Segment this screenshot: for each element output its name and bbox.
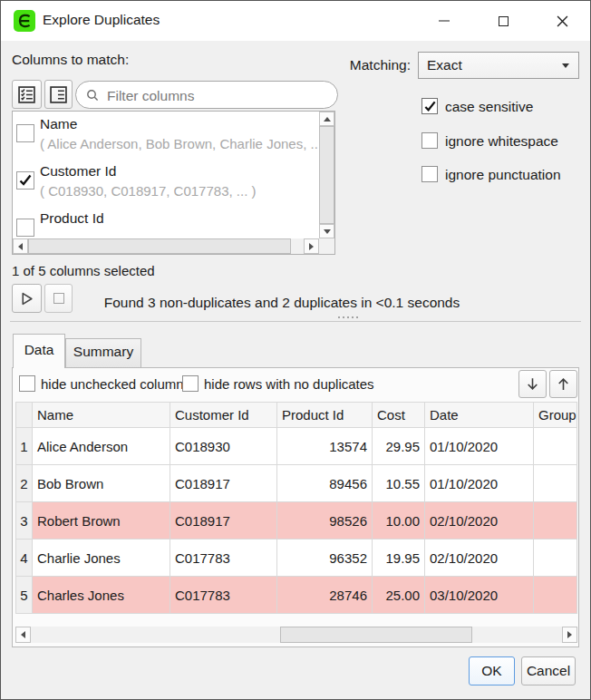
header-name[interactable]: Name [33, 403, 170, 428]
scroll-thumb[interactable] [28, 238, 291, 254]
list-horizontal-scrollbar[interactable] [13, 238, 319, 254]
cell-cost[interactable]: 25.00 [373, 577, 425, 614]
cell-group[interactable] [534, 465, 577, 502]
scroll-left-button[interactable] [15, 627, 31, 643]
check-all-columns-button[interactable] [12, 80, 42, 109]
results-status: Found 3 non-duplicates and 2 duplicates … [55, 295, 509, 311]
splitter-grip[interactable] [338, 316, 358, 318]
tab-data[interactable]: Data [13, 334, 65, 368]
cell-product-id[interactable]: 28746 [277, 577, 373, 614]
titlebar[interactable]: Explore Duplicates [1, 1, 590, 41]
close-button[interactable] [541, 1, 583, 41]
tab-summary[interactable]: Summary [65, 338, 141, 367]
cell-cost[interactable]: 19.95 [373, 540, 425, 577]
cell-date[interactable]: 02/10/2020 [425, 540, 534, 577]
customer-id-checkbox[interactable] [16, 171, 34, 190]
next-duplicate-button[interactable] [518, 370, 547, 398]
cell-name[interactable]: Charlie Jones [33, 540, 170, 577]
table-row[interactable]: 2 Bob Brown C018917 89456 10.55 01/10/20… [16, 465, 577, 502]
hide-no-duplicates-label: hide rows with no duplicates [204, 376, 374, 392]
matching-label: Matching: [340, 57, 411, 73]
cell-product-id[interactable]: 98526 [277, 502, 373, 540]
cell-name[interactable]: Charles Jones [33, 577, 170, 614]
ok-button-label: OK [481, 663, 501, 679]
ignore-whitespace-checkbox[interactable] [421, 132, 438, 149]
table-horizontal-scrollbar[interactable] [15, 627, 577, 643]
data-table: Name Customer Id Product Id Cost Date Gr… [15, 402, 577, 614]
cell-product-id[interactable]: 89456 [277, 465, 373, 502]
header-customer-id[interactable]: Customer Id [170, 403, 277, 428]
hide-no-duplicates-checkbox[interactable] [182, 375, 199, 392]
filter-columns-input[interactable] [105, 83, 332, 109]
play-icon [19, 291, 34, 306]
hide-unchecked-columns-checkbox[interactable] [19, 375, 35, 392]
cancel-button[interactable]: Cancel [521, 656, 576, 685]
ignore-punctuation-checkbox[interactable] [421, 166, 438, 182]
name-checkbox[interactable] [16, 124, 34, 142]
cell-customer-id[interactable]: C017783 [170, 577, 277, 614]
cell-cost[interactable]: 10.55 [373, 465, 425, 502]
case-sensitive-checkbox[interactable] [421, 98, 438, 114]
cell-date[interactable]: 01/10/2020 [425, 428, 534, 465]
scroll-right-button[interactable] [562, 627, 577, 643]
list-item-product-id[interactable]: Product Id [13, 206, 319, 238]
list-item-customer-id[interactable]: Customer Id ( C018930, C018917, C017783,… [13, 159, 319, 206]
run-button[interactable] [12, 284, 42, 313]
cell-customer-id[interactable]: C018930 [170, 428, 277, 465]
cell-date[interactable]: 01/10/2020 [425, 465, 534, 502]
header-product-id[interactable]: Product Id [277, 403, 373, 428]
cell-date[interactable]: 03/10/2020 [425, 577, 534, 614]
minimize-icon [439, 20, 450, 22]
scroll-down-button[interactable] [319, 224, 334, 238]
cell-group[interactable] [534, 428, 577, 465]
cell-name[interactable]: Bob Brown [33, 465, 170, 502]
explore-duplicates-dialog: Explore Duplicates Columns to match: [0, 0, 591, 700]
product-id-checkbox[interactable] [16, 219, 34, 237]
scroll-left-button[interactable] [13, 238, 28, 254]
down-arrow-icon [324, 229, 331, 234]
scroll-up-button[interactable] [319, 112, 334, 126]
table-row-duplicate[interactable]: 5 Charles Jones C017783 28746 25.00 03/1… [16, 577, 577, 614]
table-row-duplicate[interactable]: 3 Robert Brown C018917 98526 10.00 02/10… [16, 502, 577, 540]
column-preview: ( Alice Anderson, Bob Brown, Charlie Jon… [40, 136, 317, 151]
minimize-button[interactable] [423, 1, 465, 41]
header-cost[interactable]: Cost [373, 403, 425, 428]
maximize-icon [499, 16, 509, 26]
selection-status: 1 of 5 columns selected [12, 263, 155, 278]
maximize-button[interactable] [482, 1, 524, 41]
cell-product-id[interactable]: 96352 [277, 540, 373, 577]
matching-select[interactable]: Exact [418, 52, 579, 79]
cell-name[interactable]: Alice Anderson [33, 428, 170, 465]
scroll-right-button[interactable] [304, 238, 319, 254]
arrow-down-icon [525, 376, 540, 392]
table-row[interactable]: 4 Charlie Jones C017783 96352 19.95 02/1… [16, 540, 577, 577]
previous-duplicate-button[interactable] [549, 370, 577, 398]
cell-product-id[interactable]: 13574 [277, 428, 373, 465]
cell-cost[interactable]: 10.00 [373, 502, 425, 540]
cell-group[interactable] [534, 540, 577, 577]
column-name: Product Id [40, 210, 104, 227]
header-group[interactable]: Group [534, 403, 577, 428]
cell-name[interactable]: Robert Brown [33, 502, 170, 540]
cell-customer-id[interactable]: C018917 [170, 465, 277, 502]
list-item-name[interactable]: Name ( Alice Anderson, Bob Brown, Charli… [13, 112, 319, 159]
scroll-thumb[interactable] [280, 627, 472, 643]
ok-button[interactable]: OK [469, 656, 515, 685]
cell-group[interactable] [534, 577, 577, 614]
list-vertical-scrollbar[interactable] [319, 112, 334, 238]
cell-date[interactable]: 02/10/2020 [425, 502, 534, 540]
column-name: Name [40, 116, 77, 132]
matching-selected-value: Exact [427, 57, 462, 73]
table-row[interactable]: 1 Alice Anderson C018930 13574 29.95 01/… [16, 428, 577, 465]
cell-group[interactable] [534, 502, 577, 540]
case-sensitive-label: case sensitive [445, 99, 533, 115]
column-name: Customer Id [40, 163, 116, 180]
cell-cost[interactable]: 29.95 [373, 428, 425, 465]
splitter-divider[interactable] [10, 321, 581, 322]
cell-customer-id[interactable]: C018917 [170, 502, 277, 540]
header-date[interactable]: Date [425, 403, 534, 428]
cell-customer-id[interactable]: C017783 [170, 540, 277, 577]
scroll-thumb[interactable] [319, 126, 334, 224]
row-number: 2 [16, 465, 33, 502]
uncheck-all-columns-button[interactable] [44, 80, 73, 109]
